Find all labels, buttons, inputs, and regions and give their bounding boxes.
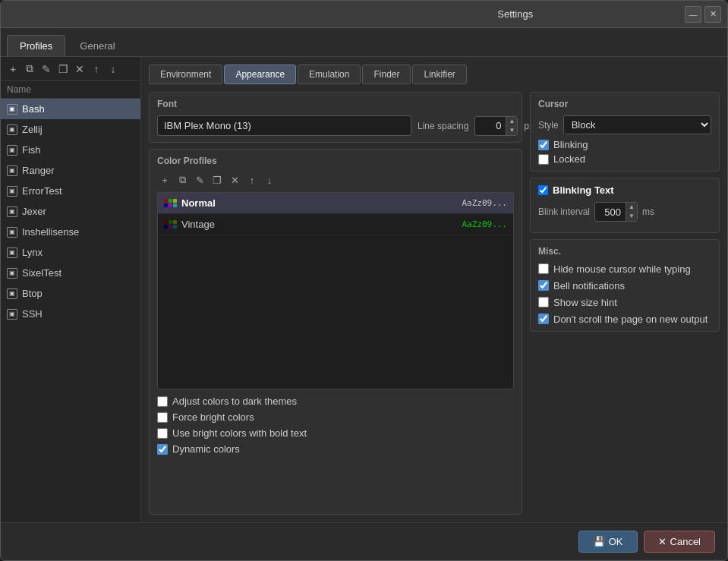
- profile-icon-ranger: ▣: [7, 165, 17, 176]
- color-item-normal[interactable]: NormalAaZz09...: [158, 193, 513, 214]
- blinking-text-checkbox[interactable]: [538, 185, 548, 195]
- right-column: Cursor Style BlockUnderlineI-Beam Blinki…: [530, 92, 720, 515]
- profile-icon-inshellisense: ▣: [7, 227, 17, 238]
- color-cb-label-dynamic_colors: Dynamic colors: [172, 443, 240, 455]
- cp-add-button[interactable]: +: [157, 172, 172, 188]
- cp-delete-button[interactable]: ✕: [227, 172, 242, 188]
- settings-window: Settings — ✕ Profiles General + ⧉ ✎ ❐ ✕ …: [0, 0, 728, 561]
- color-list: NormalAaZz09...VintageAaZz09...: [157, 192, 514, 389]
- sidebar-col-header: Name: [1, 81, 140, 99]
- sidebar-down-button[interactable]: ↓: [106, 61, 121, 77]
- blink-interval-input[interactable]: 500: [595, 204, 626, 220]
- sidebar-item-ssh[interactable]: ▣SSH: [1, 304, 140, 324]
- cursor-style-select[interactable]: BlockUnderlineI-Beam: [563, 115, 711, 134]
- titlebar: Settings — ✕: [1, 1, 727, 28]
- misc-cb-hide_mouse[interactable]: [538, 263, 549, 274]
- ok-label: OK: [609, 536, 623, 547]
- sidebar-item-errortest[interactable]: ▣ErrorTest: [1, 181, 140, 201]
- line-spacing-up[interactable]: ▲: [506, 117, 517, 126]
- sidebar-item-inshellisense[interactable]: ▣Inshellisense: [1, 222, 140, 242]
- misc-cb-label-bell_notifications: Bell notifications: [553, 280, 625, 292]
- close-button[interactable]: ✕: [704, 6, 721, 23]
- cancel-icon: ✕: [658, 536, 667, 547]
- color-cb-force_bright[interactable]: [157, 412, 168, 423]
- misc-cb-row-hide_mouse: Hide mouse cursor while typing: [538, 263, 711, 275]
- misc-cb-row-dont_scroll: Don't scroll the page on new output: [538, 313, 711, 325]
- cp-edit-button[interactable]: ✎: [192, 172, 207, 188]
- minimize-button[interactable]: —: [685, 6, 701, 23]
- misc-cb-bell_notifications[interactable]: [538, 280, 549, 291]
- profile-list: ▣Bash▣Zellij▣Fish▣Ranger▣ErrorTest▣Jexer…: [1, 99, 140, 522]
- color-cb-label-adjust_dark: Adjust colors to dark themes: [172, 396, 297, 407]
- line-spacing-label: Line spacing: [418, 121, 468, 131]
- sidebar-clone-button[interactable]: ❐: [55, 61, 71, 77]
- misc-cb-label-dont_scroll: Don't scroll the page on new output: [553, 314, 708, 325]
- blinking-checkbox[interactable]: [538, 140, 549, 150]
- blink-interval-up[interactable]: ▲: [626, 203, 637, 212]
- sidebar-item-bash[interactable]: ▣Bash: [1, 99, 140, 119]
- sidebar-up-button[interactable]: ↑: [89, 61, 104, 77]
- tab-general[interactable]: General: [67, 35, 128, 56]
- font-input[interactable]: [157, 115, 411, 136]
- top-tabs-bar: Profiles General: [1, 28, 727, 57]
- sidebar-delete-button[interactable]: ✕: [72, 61, 87, 77]
- sidebar-add-button[interactable]: +: [5, 61, 20, 77]
- color-cb-use_bright_bold[interactable]: [157, 428, 168, 439]
- locked-checkbox[interactable]: [538, 154, 549, 165]
- titlebar-controls: — ✕: [685, 6, 721, 23]
- color-cb-label-use_bright_bold: Use bright colors with bold text: [172, 427, 307, 439]
- blink-interval-down[interactable]: ▼: [626, 212, 637, 221]
- panel-tab-finder[interactable]: Finder: [362, 65, 411, 84]
- sidebar-item-ranger[interactable]: ▣Ranger: [1, 160, 140, 181]
- cancel-button[interactable]: ✕ Cancel: [644, 531, 715, 553]
- profile-label-sixeltest: SixelTest: [22, 267, 61, 279]
- blink-interval-spinbox: 500 ▲ ▼: [594, 202, 638, 222]
- panel-tab-linkifier[interactable]: Linkifier: [412, 65, 466, 84]
- color-cb-label-force_bright: Force bright colors: [172, 411, 254, 423]
- blink-interval-label: Blink interval: [538, 206, 590, 217]
- sidebar-item-lynx[interactable]: ▣Lynx: [1, 242, 140, 263]
- tab-profiles[interactable]: Profiles: [7, 35, 65, 56]
- sidebar-item-zellij[interactable]: ▣Zellij: [1, 119, 140, 140]
- cursor-section: Cursor Style BlockUnderlineI-Beam Blinki…: [530, 92, 720, 172]
- cursor-section-title: Cursor: [538, 99, 711, 109]
- profile-label-jexer: Jexer: [22, 206, 46, 217]
- color-item-name-normal: Normal: [181, 197, 216, 209]
- profile-label-lynx: Lynx: [22, 247, 43, 258]
- blinking-label: Blinking: [553, 139, 588, 150]
- color-profiles-section: Color Profiles + ⧉ ✎ ❐ ✕ ↑ ↓ NormalAaZz0…: [149, 149, 522, 515]
- misc-cb-dont_scroll[interactable]: [538, 314, 549, 324]
- cp-copy-button[interactable]: ⧉: [175, 172, 190, 188]
- sidebar-copy-button[interactable]: ⧉: [22, 61, 37, 77]
- panel-body: Font Line spacing 0 ▲ ▼: [149, 92, 720, 515]
- color-profiles-title: Color Profiles: [157, 156, 514, 166]
- left-column: Font Line spacing 0 ▲ ▼: [149, 92, 522, 515]
- profile-icon-zellij: ▣: [7, 124, 17, 135]
- profile-label-fish: Fish: [22, 144, 41, 156]
- profile-label-errortest: ErrorTest: [22, 185, 62, 197]
- cp-clone-button[interactable]: ❐: [210, 172, 225, 188]
- color-cb-dynamic_colors[interactable]: [157, 444, 168, 455]
- sidebar-item-fish[interactable]: ▣Fish: [1, 140, 140, 160]
- color-cb-adjust_dark[interactable]: [157, 396, 168, 407]
- ok-button[interactable]: 💾 OK: [578, 531, 638, 553]
- sidebar-item-jexer[interactable]: ▣Jexer: [1, 201, 140, 222]
- profile-icon-errortest: ▣: [7, 186, 17, 197]
- cp-up-button[interactable]: ↑: [244, 172, 260, 188]
- sidebar-toolbar: + ⧉ ✎ ❐ ✕ ↑ ↓: [1, 57, 140, 81]
- cp-down-button[interactable]: ↓: [262, 172, 277, 188]
- sidebar-item-sixeltest[interactable]: ▣SixelTest: [1, 263, 140, 283]
- color-item-vintage[interactable]: VintageAaZz09...: [158, 214, 513, 235]
- sidebar-item-btop[interactable]: ▣Btop: [1, 283, 140, 304]
- sidebar-rename-button[interactable]: ✎: [39, 61, 54, 77]
- line-spacing-down[interactable]: ▼: [506, 126, 517, 135]
- panel: EnvironmentAppearanceEmulationFinderLink…: [141, 57, 727, 522]
- color-preview-normal: AaZz09...: [462, 198, 507, 208]
- panel-tab-appearance[interactable]: Appearance: [224, 65, 296, 84]
- panel-tab-emulation[interactable]: Emulation: [298, 65, 361, 84]
- misc-cb-show_size_hint[interactable]: [538, 297, 549, 307]
- color-cb-row-use_bright_bold: Use bright colors with bold text: [157, 427, 514, 439]
- profile-icon-jexer: ▣: [7, 206, 17, 217]
- line-spacing-input[interactable]: 0: [475, 118, 506, 134]
- panel-tab-environment[interactable]: Environment: [149, 65, 222, 84]
